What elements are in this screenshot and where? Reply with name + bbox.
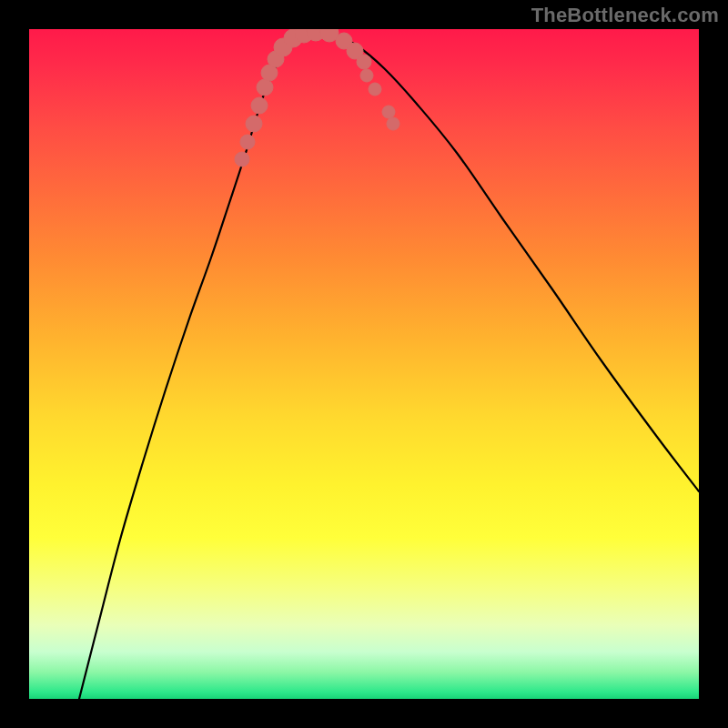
curve-marker <box>369 83 381 96</box>
attribution-text: TheBottleneck.com <box>531 4 719 27</box>
curve-layer <box>29 29 699 699</box>
curve-marker <box>257 79 273 96</box>
bottleneck-curve <box>79 32 699 699</box>
curve-marker <box>382 106 395 118</box>
curve-marker <box>360 69 373 82</box>
curve-marker <box>240 135 255 149</box>
curve-marker <box>235 152 249 167</box>
curve-marker <box>251 97 268 114</box>
curve-markers <box>235 29 399 167</box>
plot-area <box>29 29 699 699</box>
curve-marker <box>246 116 262 132</box>
curve-marker <box>357 55 371 69</box>
curve-marker <box>387 117 399 130</box>
chart-frame: TheBottleneck.com <box>0 0 728 728</box>
